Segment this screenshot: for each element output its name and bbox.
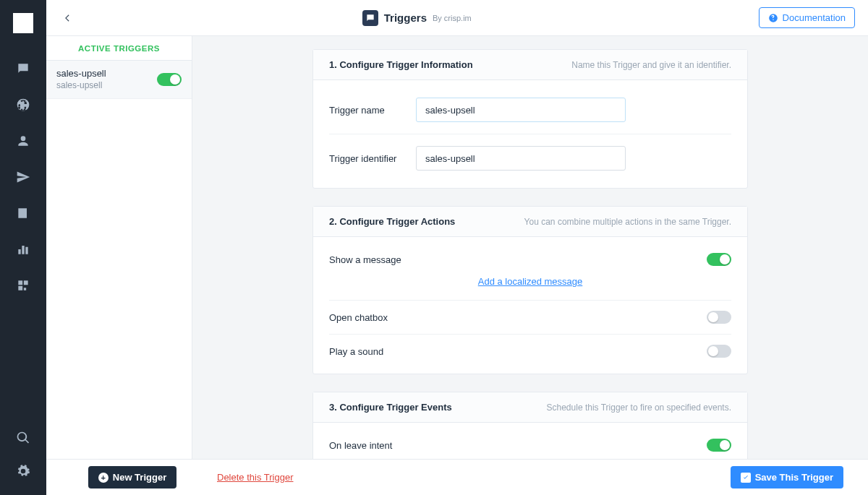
trigger-enabled-toggle[interactable] (157, 73, 182, 86)
triggers-sidebar: ACTIVE TRIGGERS sales-upsell sales-upsel… (46, 36, 192, 459)
card-trigger-info: 1. Configure Trigger Information Name th… (312, 49, 748, 189)
add-localized-message-link[interactable]: Add a localized message (478, 276, 583, 287)
plus-icon: + (98, 473, 109, 483)
trigger-item-name: sales-upsell (56, 68, 157, 80)
delete-trigger-link[interactable]: Delete this Trigger (217, 472, 294, 483)
save-trigger-button[interactable]: Save This Trigger (731, 466, 843, 488)
card-actions-help: You can combine multiple actions in the … (524, 217, 731, 227)
open-chatbox-toggle[interactable] (707, 311, 731, 324)
user-icon[interactable] (15, 133, 31, 149)
back-button[interactable] (59, 10, 75, 26)
topbar-title-group: Triggers By crisp.im (75, 10, 759, 26)
chat-icon[interactable] (15, 61, 31, 77)
card-info-help: Name this Trigger and give it an identif… (571, 60, 731, 70)
on-leave-intent-toggle[interactable] (707, 439, 731, 452)
logo[interactable] (13, 13, 33, 33)
body: ACTIVE TRIGGERS sales-upsell sales-upsel… (46, 36, 868, 459)
save-trigger-label: Save This Trigger (755, 472, 833, 483)
trigger-identifier-label: Trigger identifier (329, 153, 416, 164)
sidebar-header: ACTIVE TRIGGERS (46, 36, 192, 61)
send-icon[interactable] (15, 169, 31, 185)
trigger-name-input[interactable] (416, 98, 626, 122)
on-leave-intent-label: On leave intent (329, 440, 707, 451)
search-icon[interactable] (15, 430, 31, 446)
globe-icon[interactable] (15, 97, 31, 113)
nav-top (15, 61, 31, 430)
documentation-button[interactable]: Documentation (759, 7, 855, 28)
play-sound-label: Play a sound (329, 346, 707, 357)
footer: + New Trigger Delete this Trigger Save T… (46, 459, 868, 495)
show-message-label: Show a message (329, 254, 707, 265)
card-trigger-actions: 2. Configure Trigger Actions You can com… (312, 206, 748, 374)
chart-icon[interactable] (15, 241, 31, 257)
show-message-toggle[interactable] (707, 253, 731, 266)
card-actions-title: 2. Configure Trigger Actions (329, 216, 524, 227)
settings-icon[interactable] (15, 463, 31, 479)
nav-rail (0, 0, 46, 495)
nav-bottom (15, 430, 31, 495)
new-trigger-label: New Trigger (113, 472, 166, 483)
trigger-identifier-input[interactable] (416, 146, 626, 171)
documentation-label: Documentation (783, 12, 846, 23)
card-info-title: 1. Configure Trigger Information (329, 59, 571, 70)
card-events-help: Schedule this Trigger to fire on specifi… (547, 403, 731, 413)
page-title: Triggers (384, 12, 427, 24)
card-trigger-events: 3. Configure Trigger Events Schedule thi… (312, 392, 748, 459)
new-trigger-button[interactable]: + New Trigger (88, 466, 176, 488)
app-icon (362, 10, 378, 26)
app-main: Triggers By crisp.im Documentation ACTIV… (46, 0, 868, 495)
page-subtitle: By crisp.im (433, 14, 472, 22)
trigger-list-item[interactable]: sales-upsell sales-upsell (46, 61, 192, 99)
check-icon (741, 473, 751, 483)
apps-icon[interactable] (15, 277, 31, 293)
book-icon[interactable] (15, 205, 31, 221)
open-chatbox-label: Open chatbox (329, 312, 707, 323)
trigger-item-identifier: sales-upsell (56, 80, 157, 92)
content-scroll[interactable]: 1. Configure Trigger Information Name th… (192, 36, 868, 459)
trigger-name-label: Trigger name (329, 105, 416, 116)
card-events-title: 3. Configure Trigger Events (329, 402, 547, 413)
topbar: Triggers By crisp.im Documentation (46, 0, 868, 36)
play-sound-toggle[interactable] (707, 345, 731, 358)
